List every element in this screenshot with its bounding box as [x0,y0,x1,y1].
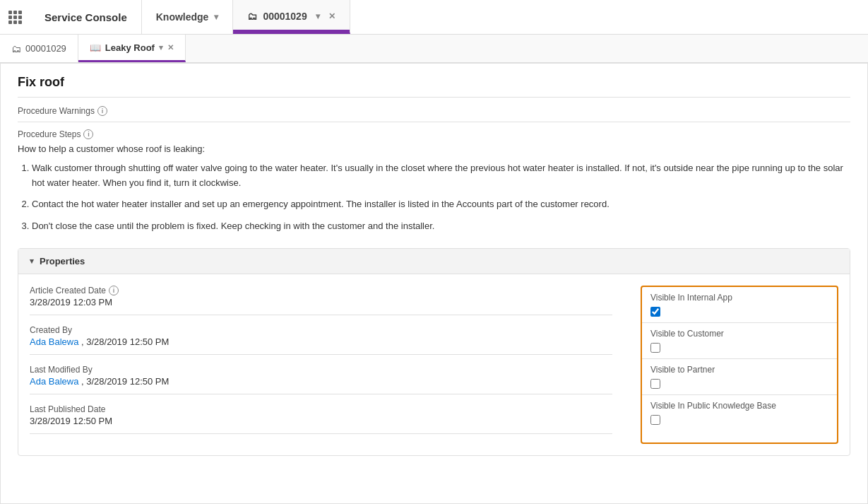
knowledge-tab[interactable]: Knowledge ▾ [142,0,234,34]
book-icon: 📖 [90,42,101,53]
prop-value-1: Ada Balewa , 3/28/2019 12:50 PM [30,336,612,355]
top-nav: Service Console Knowledge ▾ 🗂 00001029 ▾… [0,0,868,35]
collapse-icon: ▾ [30,257,34,266]
procedure-warnings-label: Procedure Warnings i [18,106,850,116]
prop-value-0: 3/28/2019 12:03 PM [30,297,612,315]
prop-field-0: Article Created Datei3/28/2019 12:03 PM [30,286,612,315]
vis-checkbox-container-2 [650,379,828,389]
knowledge-chevron-icon: ▾ [214,12,218,22]
prop-value-2: Ada Balewa , 3/28/2019 12:50 PM [30,376,612,394]
procedure-warnings-field: Procedure Warnings i [18,106,850,122]
prop-field-2: Last Modified ByAda Balewa , 3/28/2019 1… [30,365,612,394]
knowledge-tab-label: Knowledge [156,11,209,23]
prop-label-1: Created By [30,325,612,335]
vis-label-1: Visible to Customer [650,329,828,339]
vis-checkbox-container-0 [650,307,828,317]
visibility-panel: Visible In Internal AppVisible to Custom… [641,286,838,444]
vis-checkbox-3[interactable] [650,415,660,425]
prop-label-2: Last Modified By [30,365,612,375]
vis-label-0: Visible In Internal App [650,293,828,303]
vis-checkbox-container-1 [650,343,828,353]
service-console-label: Service Console [44,11,127,23]
vis-row-3: Visible In Public Knowledge Base [642,395,837,430]
case-sub-label: 00001029 [25,43,66,54]
vis-checkbox-1[interactable] [650,343,660,353]
vis-checkbox-2[interactable] [650,379,660,389]
prop-label-0: Article Created Datei [30,286,612,295]
vis-row-0: Visible In Internal App [642,287,837,323]
properties-title: Properties [40,256,85,266]
procedure-intro: How to help a customer whose roof is lea… [18,142,850,157]
case-tab[interactable]: 🗂 00001029 ▾ ✕ [233,0,350,34]
case-sub-icon: 🗂 [11,43,21,54]
procedure-steps-label: Procedure Steps i [18,129,850,139]
prop-label-3: Last Published Date [30,404,612,414]
prop-field-1: Created ByAda Balewa , 3/28/2019 12:50 P… [30,325,612,355]
article-title: Fix roof [18,75,850,98]
properties-section: ▾ Properties Article Created Datei3/28/2… [18,248,850,456]
vis-label-2: Visible to Partner [650,365,828,375]
knowledge-sub-tab[interactable]: 📖 Leaky Roof ▾ ✕ [78,35,186,62]
case-tab-chevron-icon: ▾ [316,11,320,21]
procedure-steps-field: Procedure Steps i How to help a customer… [18,129,850,234]
case-tab-label: 00001029 [263,11,307,22]
case-tab-icon: 🗂 [247,11,257,22]
properties-body: Article Created Datei3/28/2019 12:03 PMC… [18,274,850,455]
procedure-step-2: Contact the hot water heater installer a… [32,197,850,212]
vis-label-3: Visible In Public Knowledge Base [650,401,828,411]
vis-row-1: Visible to Customer [642,323,837,359]
sub-tabs: 🗂 00001029 📖 Leaky Roof ▾ ✕ [0,35,868,63]
knowledge-sub-close-icon[interactable]: ✕ [167,43,174,52]
properties-header[interactable]: ▾ Properties [18,249,850,274]
procedure-steps-info-icon[interactable]: i [83,129,93,139]
service-console-tab[interactable]: Service Console [30,0,142,34]
procedure-steps-content: How to help a customer whose roof is lea… [18,142,850,234]
procedure-step-3: Don't close the case until the problem i… [32,219,850,234]
procedure-steps-list: Walk customer through shutting off water… [18,161,850,234]
procedure-warnings-info-icon[interactable]: i [97,106,107,116]
knowledge-sub-label: Leaky Roof [105,42,155,53]
prop-field-3: Last Published Date3/28/2019 12:50 PM [30,404,612,434]
prop-value-3: 3/28/2019 12:50 PM [30,416,612,434]
app-launcher-icon [8,11,22,24]
case-tab-close-icon[interactable]: ✕ [328,11,335,21]
vis-row-2: Visible to Partner [642,359,837,395]
main-content: Fix roof Procedure Warnings i Procedure … [0,63,868,504]
prop-info-icon-0[interactable]: i [109,286,119,295]
procedure-step-1: Walk customer through shutting off water… [32,161,850,191]
vis-checkbox-0[interactable] [650,307,660,317]
prop-link-1[interactable]: Ada Balewa [30,336,78,347]
vis-checkbox-container-3 [650,415,828,425]
case-sub-tab[interactable]: 🗂 00001029 [0,35,78,62]
properties-left: Article Created Datei3/28/2019 12:03 PMC… [30,286,641,444]
knowledge-sub-chevron-icon: ▾ [159,43,163,52]
app-launcher-button[interactable] [0,0,30,34]
prop-link-2[interactable]: Ada Balewa [30,376,78,387]
